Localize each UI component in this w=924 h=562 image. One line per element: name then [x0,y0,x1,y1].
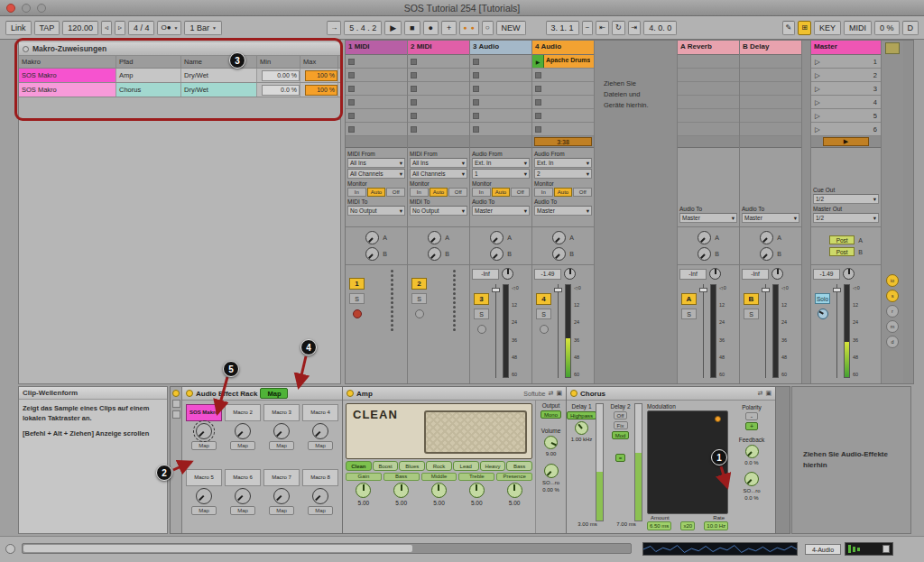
device-power-icon[interactable] [346,390,354,397]
clip-stop-icon[interactable] [348,86,355,92]
output-type-select[interactable]: No Output▾ [410,206,467,216]
device-power-icon[interactable] [186,390,193,397]
macro-name-field[interactable]: Macro 7 [263,469,300,486]
monitor-auto-button[interactable]: Auto [430,188,448,197]
mapping-max-value[interactable]: 100 % [305,70,337,81]
link-button[interactable]: Link [5,21,32,35]
tap-tempo-button[interactable]: TAP [34,21,60,35]
input-channel-select[interactable]: 2▾ [534,169,592,179]
volume-value-field[interactable]: -Inf [679,269,707,280]
delay-time-slider[interactable] [634,403,642,521]
delay2-mode-fix-button[interactable]: Fix [614,421,628,429]
polarity-plus-button[interactable]: + [745,422,758,430]
macro-name-field[interactable]: Macro 8 [302,469,338,486]
horizontal-scrollbar[interactable] [22,543,632,554]
send-b-knob[interactable] [490,247,504,261]
record-arm-button[interactable] [415,309,424,318]
amp-bass-knob[interactable] [393,483,409,498]
input-type-select[interactable]: Ext. In▾ [472,158,530,168]
scrollbar-handle[interactable] [23,545,412,552]
show-chains-button[interactable] [172,410,180,419]
clip-stop-icon[interactable] [535,113,541,119]
show-io-toggle[interactable]: io [886,274,899,287]
monitor-off-button[interactable]: Off [573,188,592,197]
track-activator-button[interactable]: B [744,293,759,305]
show-macros-button[interactable] [172,400,180,408]
send-a-knob[interactable] [428,231,441,244]
monitor-in-button[interactable]: In [410,188,429,197]
pan-knob[interactable] [843,268,855,280]
mapping-min-value[interactable]: 0.0 % [262,85,300,96]
macro-knob[interactable] [273,423,290,439]
input-type-select[interactable]: All Ins▾ [347,158,405,168]
clip-slot[interactable] [408,69,469,82]
clip-play-icon[interactable]: ▶ [532,55,544,68]
clip-slot[interactable] [532,123,594,136]
delay1-freq-knob[interactable] [575,421,588,435]
track-header[interactable]: 1 MIDI [346,41,407,55]
macro-name-field[interactable]: Macro 2 [225,404,261,421]
makro-mapping-row[interactable]: SOS MakroChorusDry/Wet0.0 %100 % [19,83,340,97]
automation-arm-button[interactable]: ● ● [459,21,478,35]
record-arm-button[interactable] [477,325,486,334]
xy-pad-handle-icon[interactable] [715,416,721,422]
macro-map-mode-button[interactable]: Map [260,388,288,399]
amp-gain-knob[interactable] [356,483,371,498]
save-preset-icon[interactable]: ▣ [765,390,772,397]
clip-stop-icon[interactable] [348,99,355,106]
save-preset-icon[interactable]: ▣ [556,390,562,397]
track-activator-button[interactable]: A [681,293,697,305]
track-activator-button[interactable]: 3 [474,293,489,305]
current-track-selector[interactable]: 4-Audio [805,544,841,555]
file-drop-zone[interactable]: Ziehen SieDateien undGeräte hierhin. [595,41,678,383]
pan-knob[interactable] [709,268,721,280]
highpass-toggle[interactable]: Highpass [567,411,596,419]
rate-value[interactable]: 10.0 Hz [704,521,728,530]
clip-stop-icon[interactable] [348,72,355,78]
modulation-xy-pad[interactable] [647,410,728,514]
macro-knob[interactable] [312,423,328,439]
stop-all-clips-button[interactable] [885,42,900,54]
loop-length-field[interactable]: 4. 0. 0 [643,21,677,35]
clip-slot[interactable] [532,96,594,109]
clip-stop-icon[interactable] [411,113,417,119]
grid-mode-button[interactable]: ⊞ [798,21,811,35]
clip-slot[interactable] [346,82,407,96]
clip-stop-icon[interactable] [535,72,541,78]
macro-name-field[interactable]: Macro 3 [263,404,300,421]
monitor-off-button[interactable]: Off [386,188,405,197]
clip-stop-icon[interactable] [411,86,417,92]
macro-map-button[interactable]: Map [230,441,255,450]
macro-map-button[interactable]: Map [308,441,333,450]
stop-button[interactable]: ■ [404,21,420,35]
clip-slot[interactable] [470,109,531,123]
macro-map-button[interactable]: Map [230,506,255,515]
track-activator-button[interactable]: 2 [411,278,427,290]
macro-map-button[interactable]: Map [191,441,217,450]
amp-model-bass-button[interactable]: Bass [506,461,532,471]
amp-model-heavy-button[interactable]: Heavy [480,461,506,471]
solo-button[interactable]: S [744,309,759,319]
delay-link-button[interactable]: = [615,454,626,462]
clip-stop-icon[interactable] [411,126,417,133]
clip-slot[interactable] [470,55,531,69]
clip-stop-icon[interactable] [473,59,479,65]
solo-button[interactable]: S [474,309,489,319]
mapping-max-value[interactable]: 100 % [305,85,337,96]
monitor-auto-button[interactable]: Auto [554,188,573,197]
macro-knob[interactable] [312,488,328,504]
punch-out-button[interactable]: ⇥ [628,21,642,35]
input-channel-select[interactable]: 1▾ [472,169,530,179]
scene-slot[interactable]: ▷2 [811,69,881,82]
delay2-mode-mod-button[interactable]: Mod [612,431,630,439]
send-a-knob[interactable] [698,231,711,244]
clip-slot[interactable] [470,123,531,136]
quantization-menu[interactable]: 1 Bar▼ [184,21,221,35]
solo-button[interactable]: S [411,293,427,304]
time-signature-field[interactable]: 4 / 4 [128,21,155,35]
play-button[interactable]: ▶ [384,21,402,35]
clip-slot[interactable] [470,82,531,96]
pan-knob[interactable] [502,268,513,280]
clip-stop-icon[interactable] [348,126,355,133]
send-b-knob[interactable] [760,247,773,261]
